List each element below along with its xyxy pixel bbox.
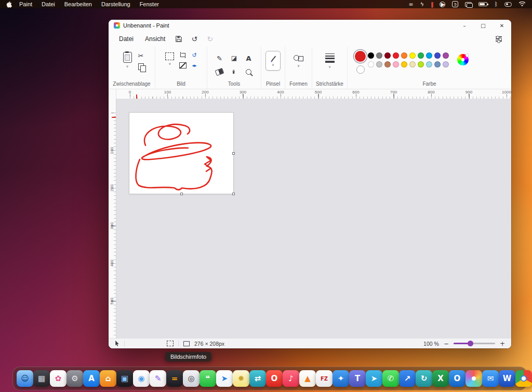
mission-control[interactable]: ▣ [116, 370, 133, 387]
word[interactable]: W [499, 370, 515, 387]
magnifier-icon[interactable] [246, 69, 251, 75]
zoom-slider-thumb[interactable] [468, 341, 473, 346]
color-well-secondary[interactable] [356, 65, 365, 74]
vlc[interactable]: ▲ [299, 370, 316, 387]
badge-5-icon[interactable]: 5 [452, 1, 458, 7]
infinity-icon[interactable]: ∞ [408, 2, 413, 7]
telegram[interactable]: ➤ [366, 370, 382, 387]
whatsapp[interactable]: ✆ [382, 370, 399, 387]
recording-indicator-icon[interactable]: ‖ [431, 2, 433, 7]
color-swatch[interactable] [376, 61, 382, 67]
transfer-app[interactable]: ⇄ [249, 370, 266, 387]
zoom-in-button[interactable]: + [500, 340, 505, 347]
flash-icon[interactable]: ϟ [420, 2, 424, 7]
calculator[interactable]: = [166, 370, 183, 387]
system-settings[interactable]: ⚙ [66, 370, 83, 387]
bluetooth-icon[interactable]: ᛒ [494, 2, 498, 7]
excel[interactable]: X [432, 370, 449, 387]
color-swatch[interactable] [376, 52, 382, 59]
color-swatch[interactable] [426, 52, 432, 59]
canvas-area[interactable]: 100200300400500 [109, 99, 511, 339]
eraser-icon[interactable] [215, 67, 224, 75]
canvas-resize-handle-right[interactable] [232, 152, 235, 155]
screen-mirroring-icon[interactable] [465, 2, 472, 7]
mail[interactable]: ✉ [482, 370, 499, 387]
redo-button[interactable]: ↻ [203, 33, 217, 45]
safari[interactable]: ➤ [216, 370, 233, 387]
rotate-icon[interactable]: ↺ [192, 52, 196, 58]
photo-booth[interactable]: ◉ [133, 370, 150, 387]
teams[interactable]: T [349, 370, 366, 387]
color-swatch[interactable] [418, 52, 424, 59]
color-swatch[interactable] [401, 61, 407, 67]
menu-item[interactable]: Datei [42, 1, 55, 7]
flip-icon[interactable]: ◂▸ [192, 63, 196, 68]
cut-icon[interactable]: ✂ [138, 52, 144, 59]
color-swatch[interactable] [384, 61, 391, 67]
security-shield[interactable]: ✦ [332, 370, 349, 387]
chrome[interactable] [515, 370, 532, 387]
undo-button[interactable]: ↺ [187, 33, 202, 45]
text-tool-icon[interactable]: A [246, 55, 251, 62]
color-swatch[interactable] [368, 61, 374, 67]
wifi-icon[interactable] [518, 2, 526, 7]
screenshot[interactable]: ◎ [183, 370, 200, 387]
fill-icon[interactable]: ◪ [231, 55, 237, 61]
menu-item[interactable]: Paint [19, 1, 32, 7]
remote-desktop[interactable]: ↗ [399, 370, 416, 387]
menu-ansicht[interactable]: Ansicht [140, 33, 170, 45]
paste-button[interactable]: ∨ [120, 51, 135, 70]
menu-item[interactable]: Darstellung [101, 1, 130, 7]
color-swatch[interactable] [384, 52, 391, 59]
stroke-width-button[interactable]: ∨ [325, 53, 335, 69]
battery-icon[interactable] [478, 2, 487, 6]
settings-icon[interactable] [496, 36, 506, 41]
resize-icon[interactable] [179, 62, 187, 69]
control-center-icon[interactable] [504, 2, 512, 7]
color-swatch[interactable] [401, 52, 407, 59]
save-button[interactable] [171, 33, 186, 45]
music[interactable]: ♪ [283, 370, 299, 387]
outlook[interactable]: O [449, 370, 466, 387]
opera[interactable]: O [266, 370, 283, 387]
color-swatch[interactable] [426, 61, 432, 67]
color-wheel-icon[interactable] [457, 54, 469, 65]
photos[interactable]: ✿ [50, 370, 66, 387]
filezilla[interactable]: FZ [316, 370, 332, 387]
color-swatch[interactable] [434, 52, 441, 59]
sync-app[interactable]: ↻ [416, 370, 432, 387]
shapes-button[interactable]: ∨ [294, 54, 304, 68]
brush-button[interactable]: ∨ [265, 51, 281, 71]
copy-icon[interactable] [138, 63, 144, 70]
finder[interactable]: ☺ [17, 370, 33, 387]
close-button[interactable]: ✕ [493, 20, 511, 31]
color-swatch[interactable] [409, 61, 416, 67]
drawing-canvas[interactable] [129, 113, 233, 194]
minimize-button[interactable]: – [455, 20, 474, 31]
color-well-primary[interactable] [355, 51, 366, 62]
menu-datei[interactable]: Datei [114, 33, 139, 45]
color-swatch[interactable] [368, 52, 374, 59]
select-icon[interactable] [165, 52, 174, 60]
launchpad[interactable]: ▦ [33, 370, 50, 387]
color-swatch[interactable] [393, 61, 399, 67]
maximize-button[interactable]: □ [474, 20, 493, 31]
freeform[interactable]: ✎ [150, 370, 166, 387]
menu-item[interactable]: Bearbeiten [64, 1, 92, 7]
zoom-out-button[interactable]: − [444, 340, 449, 347]
canvas-resize-handle-bottom[interactable] [180, 193, 183, 195]
color-swatch[interactable] [418, 61, 424, 67]
color-swatch[interactable] [434, 61, 441, 67]
window-titlebar[interactable]: Unbenannt - Paint – □ ✕ [109, 20, 511, 31]
color-swatch[interactable] [393, 52, 399, 59]
messages[interactable]: ❝ [200, 370, 216, 387]
play-circle-icon[interactable]: ▶ [440, 2, 445, 7]
color-picker-icon[interactable]: ✒ [231, 69, 237, 74]
color-swatch[interactable] [443, 61, 449, 67]
zoom-slider[interactable] [454, 343, 495, 344]
pencil-icon[interactable]: ✎ [217, 55, 222, 62]
color-swatch[interactable] [443, 52, 449, 59]
canvas-resize-handle-corner[interactable] [232, 193, 235, 195]
swirl-app[interactable]: ✹ [233, 370, 249, 387]
crop-icon[interactable] [179, 52, 185, 58]
